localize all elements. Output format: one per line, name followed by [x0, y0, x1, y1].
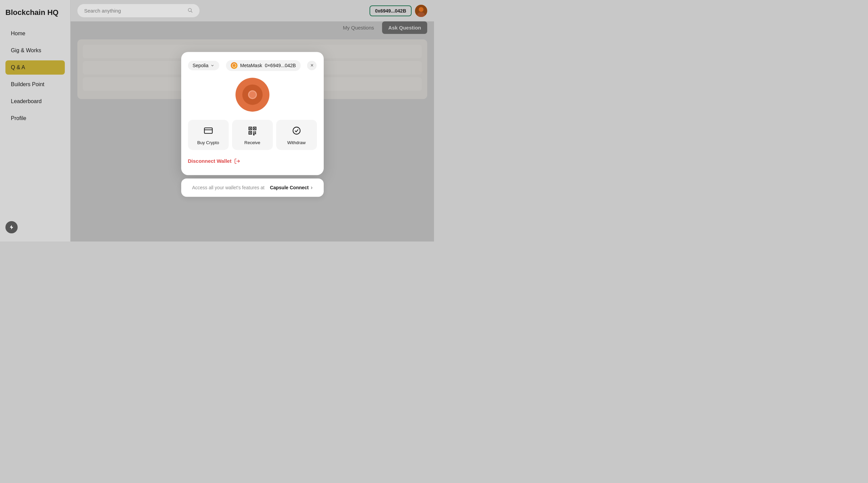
check-circle-icon: [292, 126, 301, 137]
sidebar-item-gig-works[interactable]: Gig & Works: [5, 43, 65, 58]
svg-rect-10: [249, 128, 251, 129]
logout-icon: [234, 158, 240, 164]
close-button[interactable]: ×: [307, 61, 317, 70]
buy-crypto-button[interactable]: Buy Crypto: [188, 120, 229, 150]
wallet-name: MetaMask: [240, 63, 262, 68]
sidebar-item-builders-point[interactable]: Builders Point: [5, 77, 65, 92]
chevron-right-icon: ›: [311, 185, 313, 191]
disconnect-label: Disconnect Wallet: [188, 158, 232, 164]
search-input[interactable]: [84, 8, 185, 14]
sidebar: Blockchain HQ Home Gig & Works Q & A Bui…: [0, 0, 71, 242]
sidebar-item-profile[interactable]: Profile: [5, 111, 65, 125]
svg-point-18: [293, 127, 300, 134]
network-selector[interactable]: Sepolia: [188, 61, 220, 70]
sidebar-item-home[interactable]: Home: [5, 26, 65, 41]
sidebar-footer: [5, 221, 65, 233]
svg-rect-11: [254, 128, 255, 129]
avatar[interactable]: [415, 5, 427, 17]
metamask-icon: [231, 62, 238, 69]
svg-rect-17: [255, 133, 256, 134]
sidebar-item-qa[interactable]: Q & A: [5, 60, 65, 75]
svg-rect-16: [253, 133, 254, 135]
search-bar[interactable]: [77, 4, 200, 17]
withdraw-label: Withdraw: [287, 140, 305, 145]
svg-point-3: [419, 7, 423, 12]
svg-rect-15: [255, 131, 256, 133]
capsule-prefix-text: Access all your wallet's features at: [192, 185, 265, 190]
svg-rect-14: [253, 131, 254, 133]
wallet-address-modal: 0×6949...042B: [265, 63, 296, 68]
wallet-avatar-eye: [248, 90, 257, 99]
main-area: 0x6949...042B My Questions Ask Question: [71, 0, 434, 242]
network-label: Sepolia: [193, 63, 209, 68]
header: 0x6949...042B: [71, 0, 434, 21]
chevron-down-icon: [210, 63, 214, 67]
capsule-connect-link[interactable]: Capsule Connect: [270, 185, 308, 190]
modal-header: Sepolia MetaMask 0×6949...042B: [188, 60, 317, 71]
app-title: Blockchain HQ: [5, 8, 65, 17]
sidebar-item-leaderboard[interactable]: Leaderboard: [5, 94, 65, 109]
wallet-info: MetaMask 0×6949...042B: [226, 60, 301, 71]
wallet-address-button[interactable]: 0x6949...042B: [370, 5, 412, 16]
wallet-avatar-wrap: [188, 78, 317, 112]
withdraw-button[interactable]: Withdraw: [276, 120, 317, 150]
qr-icon: [248, 126, 257, 137]
content-area: My Questions Ask Question Sepolia: [71, 21, 434, 242]
svg-rect-5: [204, 128, 212, 133]
receive-label: Receive: [244, 140, 260, 145]
svg-rect-12: [249, 132, 251, 133]
search-icon: [187, 7, 193, 14]
action-row: Buy Crypto: [188, 120, 317, 150]
disconnect-wallet-button[interactable]: Disconnect Wallet: [188, 157, 241, 166]
header-right: 0x6949...042B: [370, 5, 427, 17]
lightning-button[interactable]: [5, 221, 18, 233]
wallet-avatar: [235, 78, 269, 112]
capsule-connect-panel[interactable]: Access all your wallet's features at Cap…: [181, 178, 324, 197]
wallet-modal: Sepolia MetaMask 0×6949...042B: [181, 52, 324, 175]
svg-line-1: [191, 11, 192, 13]
card-icon: [204, 126, 213, 137]
wallet-avatar-inner: [242, 84, 263, 105]
svg-point-0: [188, 8, 191, 12]
buy-crypto-label: Buy Crypto: [197, 140, 219, 145]
receive-button[interactable]: Receive: [232, 120, 273, 150]
wallet-modal-wrapper: Sepolia MetaMask 0×6949...042B: [181, 52, 324, 197]
